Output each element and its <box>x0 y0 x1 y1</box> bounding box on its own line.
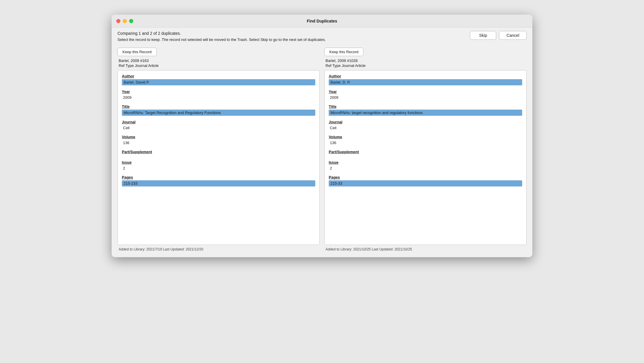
field-label: Year <box>122 89 315 94</box>
field-block: Issue2 <box>122 160 315 171</box>
instruction-text: Select the record to keep. The record no… <box>117 37 466 42</box>
field-label: Part/Supplement <box>122 150 315 154</box>
field-value <box>122 155 315 156</box>
field-block: TitleMicroRNAs: target recognition and r… <box>329 104 522 116</box>
field-value: 2 <box>329 165 522 171</box>
right-footer: Added to Library: 2021/10/25 Last Update… <box>324 245 527 251</box>
field-label: Volume <box>122 135 315 139</box>
left-record-panel: Keep this Record Bartel, 2009 #163 Ref T… <box>117 45 320 251</box>
field-block: Pages215-233 <box>122 175 315 186</box>
field-label: Title <box>329 104 522 109</box>
right-keep-btn-row: Keep this Record <box>324 45 527 58</box>
field-label: Journal <box>329 120 522 124</box>
field-value: MicroRNAs: target recognition and regula… <box>329 110 522 116</box>
field-label: Year <box>329 89 522 94</box>
field-value: Cell <box>122 125 315 131</box>
find-duplicates-window: Find Duplicates Comparing 1 and 2 of 2 d… <box>112 15 532 257</box>
field-value: 136 <box>122 140 315 146</box>
field-value: 136 <box>329 140 522 146</box>
window-title: Find Duplicates <box>307 19 337 23</box>
title-bar: Find Duplicates <box>112 15 532 27</box>
field-block: AuthorBartel, David P. <box>122 74 315 85</box>
window-controls <box>116 19 133 23</box>
field-label: Pages <box>122 175 315 179</box>
field-block: Year2009 <box>122 89 315 100</box>
field-block: JournalCell <box>122 120 315 131</box>
field-block: Volume136 <box>122 135 315 146</box>
field-value: Bartel, D. P. <box>329 79 522 85</box>
left-keep-button[interactable]: Keep this Record <box>117 48 157 56</box>
comparing-text: Comparing 1 and 2 of 2 duplicates. <box>117 31 466 36</box>
field-value: 2 <box>122 165 315 171</box>
field-block: Year2009 <box>329 89 522 100</box>
top-bar-buttons: Skip Cancel <box>470 31 527 40</box>
right-record-card: AuthorBartel, D. P.Year2009TitleMicroRNA… <box>324 70 527 245</box>
right-record-panel: Keep this Record Bartel, 2009 #1028 Ref … <box>324 45 527 251</box>
field-value: 215-233 <box>122 180 315 186</box>
field-value: Cell <box>329 125 522 131</box>
left-keep-btn-row: Keep this Record <box>117 45 320 58</box>
field-block: AuthorBartel, D. P. <box>329 74 522 85</box>
field-label: Issue <box>122 160 315 165</box>
left-ref-id: Bartel, 2009 #163 <box>117 58 320 63</box>
left-footer: Added to Library: 2021/7/19 Last Updated… <box>117 245 320 251</box>
maximize-button[interactable] <box>129 19 133 23</box>
field-value: 215-33 <box>329 180 522 186</box>
field-label: Author <box>122 74 315 78</box>
field-value: 2009 <box>122 95 315 100</box>
field-block: JournalCell <box>329 120 522 131</box>
field-value: MicroRNAs: Target Recognition and Regula… <box>122 110 315 116</box>
cancel-button[interactable]: Cancel <box>499 31 527 40</box>
top-bar: Comparing 1 and 2 of 2 duplicates. Selec… <box>112 27 532 45</box>
field-block: Issue2 <box>329 160 522 171</box>
top-bar-info: Comparing 1 and 2 of 2 duplicates. Selec… <box>117 31 466 42</box>
field-value: Bartel, David P. <box>122 79 315 85</box>
field-block: Volume136 <box>329 135 522 146</box>
left-ref-type: Ref Type Journal Article <box>117 63 320 68</box>
minimize-button[interactable] <box>123 19 127 23</box>
field-label: Issue <box>329 160 522 165</box>
main-content: Keep this Record Bartel, 2009 #163 Ref T… <box>112 45 532 257</box>
field-label: Part/Supplement <box>329 150 522 154</box>
right-keep-button[interactable]: Keep this Record <box>324 48 363 56</box>
skip-button[interactable]: Skip <box>470 31 496 40</box>
field-label: Pages <box>329 175 522 179</box>
field-label: Author <box>329 74 522 78</box>
left-record-card: AuthorBartel, David P.Year2009TitleMicro… <box>117 70 320 245</box>
field-block: Part/Supplement <box>122 150 315 156</box>
field-label: Title <box>122 104 315 109</box>
field-value <box>329 155 522 156</box>
field-block: Part/Supplement <box>329 150 522 156</box>
right-ref-type: Ref Type Journal Article <box>324 63 527 68</box>
close-button[interactable] <box>116 19 120 23</box>
field-value: 2009 <box>329 95 522 100</box>
field-block: TitleMicroRNAs: Target Recognition and R… <box>122 104 315 116</box>
field-label: Volume <box>329 135 522 139</box>
right-ref-id: Bartel, 2009 #1028 <box>324 58 527 63</box>
field-label: Journal <box>122 120 315 124</box>
field-block: Pages215-33 <box>329 175 522 186</box>
